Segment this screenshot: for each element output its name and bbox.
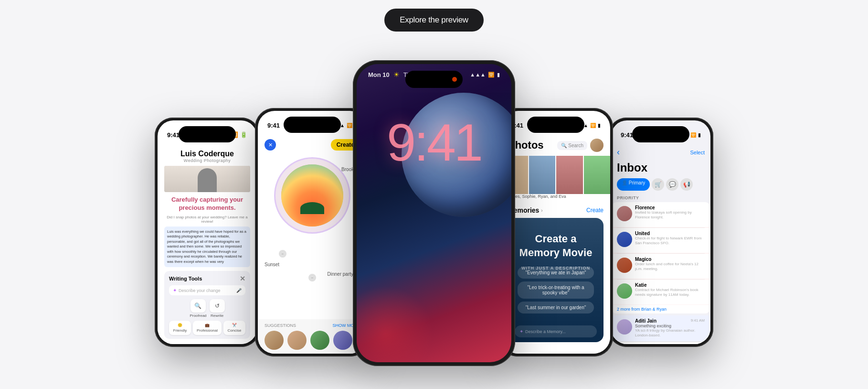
promo-tab[interactable]: 📢 [680, 178, 693, 191]
battery-icon: 🔋 [240, 131, 247, 138]
email3-from: Magico [635, 257, 705, 262]
social-tab[interactable]: 💬 [666, 178, 678, 191]
search-icon: 🔍 [561, 143, 567, 148]
writing-tools-label: Writing Tools [169, 276, 202, 281]
photo-strip-4[interactable] [584, 156, 611, 194]
primary-tab-label: Primary [629, 180, 645, 185]
phone2-dynamic-island [284, 117, 341, 133]
inbox-title: Inbox [611, 160, 710, 178]
back-button[interactable]: ‹ [617, 147, 620, 157]
sparkle-icon: ✦ [519, 329, 523, 334]
suggestion-avatar-3[interactable] [310, 331, 329, 350]
photos-user-avatar[interactable] [590, 139, 603, 152]
primary-tab-icon: 👤 [622, 180, 629, 185]
dinner-party-label: Dinner party [328, 271, 353, 277]
explore-preview-button[interactable]: Explore the preview [384, 9, 484, 32]
photo-strips [501, 156, 610, 194]
more-emails-button[interactable]: 2 more from Brian & Ryan [611, 305, 710, 313]
phone4-screen: 9:41 ▲▲▲ 🛜 ▮ Photos 🔍 Search [501, 111, 610, 354]
email1-preview: Invited to Izakaya soft opening by Flore… [635, 210, 705, 220]
lockscreen-time: 9:41 [357, 112, 511, 173]
photos-content: Photos 🔍 Search [501, 135, 610, 354]
phone-photos: 9:41 ▲▲▲ 🛜 ▮ Photos 🔍 Search [498, 108, 613, 357]
photo-strip-3[interactable] [556, 156, 583, 194]
professional-label: Professional [197, 328, 218, 333]
wifi-icon: 🛜 [590, 123, 596, 128]
phone2-screen: 9:41 ▲▲▲ 🛜 ▮ ✕ Create Sunset Brooklyn − [258, 111, 367, 354]
email-item-5[interactable]: Aditi Jain 9:41 AM Something exciting YA… [611, 315, 710, 341]
friendly-label: Friendly [173, 328, 187, 333]
concise-icon: ✂️ [232, 323, 237, 327]
suggestions-label: SUGGESTIONS [265, 323, 296, 328]
rewrite-label: Rewrite [211, 313, 223, 318]
phone1-dynamic-island [179, 126, 236, 142]
memories-create-button[interactable]: Create [586, 207, 603, 214]
primary-tab[interactable]: 👤 Primary [617, 178, 650, 191]
close-button[interactable]: ✕ [265, 139, 276, 151]
proofread-icon: 🔍 [191, 299, 206, 313]
chevron-right-icon: › [541, 208, 542, 213]
suggestion-avatars [265, 331, 360, 350]
memory-chip-2[interactable]: "Leo trick-or-treating with a spooky vib… [518, 281, 594, 299]
suggestion-avatar-2[interactable] [287, 331, 307, 350]
memory-card[interactable]: Create a Memory Movie WITH JUST A DESCRI… [508, 218, 603, 342]
memory-chips: "Everything we ate in Japan" "Leo trick-… [508, 267, 603, 313]
professional-button[interactable]: 💼 Professional [193, 321, 222, 335]
phone2-content: ✕ Create Sunset Brooklyn − [258, 137, 367, 354]
concise-button[interactable]: ✂️ Concise [223, 321, 245, 335]
close-icon[interactable]: ✕ [240, 275, 245, 282]
writing-body: Luis was everything we could have hoped … [164, 227, 250, 268]
email4-from: Katie [635, 282, 705, 288]
minus-button-2[interactable]: − [308, 274, 316, 281]
email2-avatar [617, 232, 632, 247]
phone1-content: Luis Coderque Wedding Photography Carefu… [158, 144, 257, 344]
camera-dot [452, 77, 457, 82]
email5-from: Aditi Jain [635, 318, 656, 324]
professional-icon: 💼 [205, 323, 210, 327]
suggestion-avatar-1[interactable] [265, 331, 284, 350]
email-item-1[interactable]: Florence Invited to Izakaya soft opening… [611, 202, 710, 227]
memory-input-placeholder: Describe a Memory... [525, 329, 566, 334]
email5-header: Aditi Jain 9:41 AM [635, 318, 705, 324]
select-button[interactable]: Select [690, 150, 705, 155]
suggestion-avatar-4[interactable] [333, 331, 352, 350]
email-item-6[interactable]: Guillermo Castillo 8:58 AM Check-in Next… [611, 342, 710, 344]
proofread-button[interactable]: 🔍 Proofread [190, 299, 206, 318]
memory-describe-input[interactable]: ✦ Describe a Memory... [515, 325, 597, 337]
rewrite-icon: ↺ [210, 299, 225, 313]
battery-icon: ▮ [598, 123, 601, 128]
writing-headline: Carefully capturing your precious moment… [164, 196, 250, 212]
memory-chip-1[interactable]: "Everything we ate in Japan" [518, 267, 594, 279]
phone4-dynamic-island [527, 117, 584, 133]
email-item-4[interactable]: Katie Contract for Michael Robinson's bo… [611, 280, 710, 304]
cart-tab[interactable]: 🛒 [652, 178, 664, 191]
phone-lockscreen: Mon 10 ☀ Tiburon ▲▲▲ 🛜 ▮ 9:41 [353, 60, 515, 366]
phone3-screen: Mon 10 ☀ Tiburon ▲▲▲ 🛜 ▮ 9:41 [357, 64, 511, 362]
suggestions-header: SUGGESTIONS SHOW MORE [265, 323, 360, 328]
sparkle-icon: ✦ [173, 288, 177, 293]
friendly-button[interactable]: 🙂 Friendly [169, 321, 191, 335]
signal-icon: ▲▲▲ [470, 72, 486, 77]
wifi-icon: 🛜 [690, 132, 696, 138]
minus-button[interactable]: − [279, 250, 286, 258]
email-item-2[interactable]: United Check-in for flight to Newark EWR… [611, 228, 710, 253]
mic-icon: 🎤 [236, 288, 242, 293]
photo-strip-2[interactable] [529, 156, 556, 194]
email-item-3[interactable]: Magico Order lunch and coffee for Neeta'… [611, 254, 710, 279]
describe-placeholder: Describe your change [179, 288, 221, 293]
concise-label: Concise [228, 328, 242, 333]
phone5-screen: 9:41 ▲▲▲ 🛜 ▮ ‹ Select Inbox 👤 Primar [611, 120, 710, 344]
rewrite-button[interactable]: ↺ Rewrite [210, 299, 225, 318]
photos-actions: 🔍 Search [557, 139, 603, 152]
bride-photo [164, 166, 250, 192]
describe-change-input[interactable]: ✦ Describe your change 🎤 [169, 285, 245, 295]
proofread-label: Proofread [190, 313, 206, 318]
email4-body: Katie Contract for Michael Robinson's bo… [635, 282, 705, 298]
phone5-time: 9:41 [621, 131, 633, 139]
email5-time: 9:41 AM [691, 318, 705, 324]
photos-search[interactable]: 🔍 Search [557, 141, 587, 150]
phones-showcase: 9:41 ▲▲▲ 📶 🔋 Luis Coderque Wedding Photo… [0, 41, 868, 366]
memory-chip-3[interactable]: "Last summer in our garden" [518, 302, 594, 313]
search-label: Search [568, 143, 583, 148]
memory-circle [274, 157, 350, 234]
